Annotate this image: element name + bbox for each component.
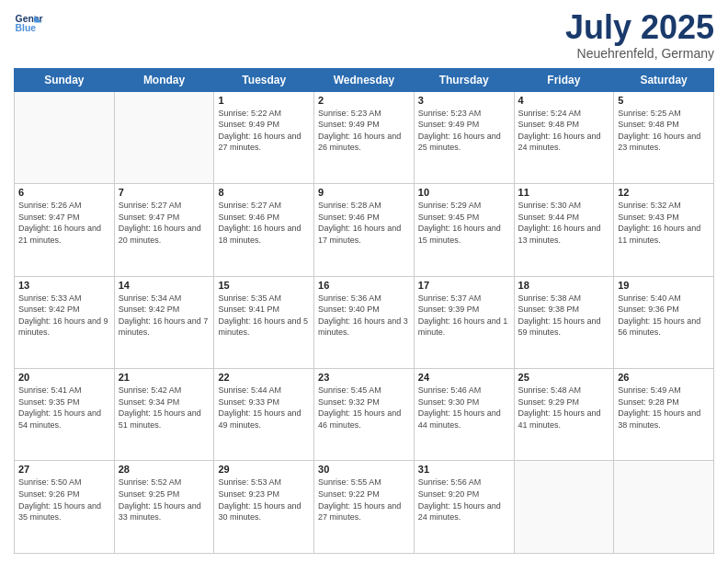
calendar-table: Sunday Monday Tuesday Wednesday Thursday… xyxy=(14,68,714,554)
day-number: 15 xyxy=(218,280,310,291)
day-number: 11 xyxy=(518,187,610,198)
day-number: 24 xyxy=(418,372,510,383)
cell-week2-day1: 6Sunrise: 5:26 AMSunset: 9:47 PMDaylight… xyxy=(15,184,115,276)
day-number: 29 xyxy=(218,464,310,475)
cell-week2-day2: 7Sunrise: 5:27 AMSunset: 9:47 PMDaylight… xyxy=(114,184,214,276)
day-info: Sunrise: 5:27 AMSunset: 9:46 PMDaylight:… xyxy=(218,200,310,246)
day-number: 31 xyxy=(418,464,510,475)
day-number: 12 xyxy=(618,187,710,198)
day-info: Sunrise: 5:26 AMSunset: 9:47 PMDaylight:… xyxy=(18,200,110,246)
week-row-5: 27Sunrise: 5:50 AMSunset: 9:26 PMDayligh… xyxy=(15,461,714,554)
day-number: 28 xyxy=(119,464,210,475)
day-info: Sunrise: 5:40 AMSunset: 9:36 PMDaylight:… xyxy=(618,293,710,339)
cell-week3-day1: 13Sunrise: 5:33 AMSunset: 9:42 PMDayligh… xyxy=(15,276,115,368)
cell-week4-day3: 22Sunrise: 5:44 AMSunset: 9:33 PMDayligh… xyxy=(214,369,314,461)
cell-week4-day7: 26Sunrise: 5:49 AMSunset: 9:28 PMDayligh… xyxy=(614,369,714,461)
day-number: 8 xyxy=(218,187,310,198)
header-monday: Monday xyxy=(114,68,214,91)
day-number: 30 xyxy=(318,464,410,475)
day-info: Sunrise: 5:56 AMSunset: 9:20 PMDaylight:… xyxy=(418,477,510,523)
cell-week1-day3: 1Sunrise: 5:22 AMSunset: 9:49 PMDaylight… xyxy=(214,91,314,183)
day-number: 20 xyxy=(18,372,110,383)
header-wednesday: Wednesday xyxy=(314,68,415,91)
cell-week1-day4: 2Sunrise: 5:23 AMSunset: 9:49 PMDaylight… xyxy=(314,91,415,183)
day-info: Sunrise: 5:45 AMSunset: 9:32 PMDaylight:… xyxy=(318,385,410,431)
day-info: Sunrise: 5:30 AMSunset: 9:44 PMDaylight:… xyxy=(518,200,610,246)
day-number: 18 xyxy=(518,280,610,291)
header-tuesday: Tuesday xyxy=(214,68,314,91)
cell-week5-day5: 31Sunrise: 5:56 AMSunset: 9:20 PMDayligh… xyxy=(414,461,514,554)
cell-week4-day1: 20Sunrise: 5:41 AMSunset: 9:35 PMDayligh… xyxy=(15,369,115,461)
day-info: Sunrise: 5:27 AMSunset: 9:47 PMDaylight:… xyxy=(119,200,210,246)
day-number: 22 xyxy=(218,372,310,383)
day-info: Sunrise: 5:29 AMSunset: 9:45 PMDaylight:… xyxy=(418,200,510,246)
cell-week4-day2: 21Sunrise: 5:42 AMSunset: 9:34 PMDayligh… xyxy=(114,369,214,461)
day-number: 14 xyxy=(119,280,210,291)
day-info: Sunrise: 5:46 AMSunset: 9:30 PMDaylight:… xyxy=(418,385,510,431)
cell-week2-day3: 8Sunrise: 5:27 AMSunset: 9:46 PMDaylight… xyxy=(214,184,314,276)
day-info: Sunrise: 5:35 AMSunset: 9:41 PMDaylight:… xyxy=(218,293,310,339)
week-row-3: 13Sunrise: 5:33 AMSunset: 9:42 PMDayligh… xyxy=(15,276,714,368)
day-info: Sunrise: 5:36 AMSunset: 9:40 PMDaylight:… xyxy=(318,293,410,339)
day-info: Sunrise: 5:50 AMSunset: 9:26 PMDaylight:… xyxy=(18,477,110,523)
day-number: 23 xyxy=(318,372,410,383)
day-info: Sunrise: 5:33 AMSunset: 9:42 PMDaylight:… xyxy=(18,293,110,339)
day-number: 4 xyxy=(518,95,610,106)
day-info: Sunrise: 5:25 AMSunset: 9:48 PMDaylight:… xyxy=(618,108,710,154)
day-number: 7 xyxy=(119,187,210,198)
cell-week1-day6: 4Sunrise: 5:24 AMSunset: 9:48 PMDaylight… xyxy=(514,91,614,183)
cell-week4-day4: 23Sunrise: 5:45 AMSunset: 9:32 PMDayligh… xyxy=(314,369,415,461)
header: General Blue July 2025 Neuehrenfeld, Ger… xyxy=(14,9,714,61)
cell-week5-day3: 29Sunrise: 5:53 AMSunset: 9:23 PMDayligh… xyxy=(214,461,314,554)
header-saturday: Saturday xyxy=(614,68,714,91)
day-info: Sunrise: 5:44 AMSunset: 9:33 PMDaylight:… xyxy=(218,385,310,431)
day-number: 5 xyxy=(618,95,710,106)
week-row-1: 1Sunrise: 5:22 AMSunset: 9:49 PMDaylight… xyxy=(15,91,714,183)
day-info: Sunrise: 5:52 AMSunset: 9:25 PMDaylight:… xyxy=(119,477,210,523)
week-row-4: 20Sunrise: 5:41 AMSunset: 9:35 PMDayligh… xyxy=(15,369,714,461)
logo: General Blue xyxy=(14,9,43,39)
days-header-row: Sunday Monday Tuesday Wednesday Thursday… xyxy=(15,68,714,91)
day-number: 13 xyxy=(18,280,110,291)
day-info: Sunrise: 5:23 AMSunset: 9:49 PMDaylight:… xyxy=(418,108,510,154)
cell-week2-day6: 11Sunrise: 5:30 AMSunset: 9:44 PMDayligh… xyxy=(514,184,614,276)
day-number: 16 xyxy=(318,280,410,291)
cell-week3-day7: 19Sunrise: 5:40 AMSunset: 9:36 PMDayligh… xyxy=(614,276,714,368)
day-number: 9 xyxy=(318,187,410,198)
cell-week5-day7 xyxy=(614,461,714,554)
day-info: Sunrise: 5:48 AMSunset: 9:29 PMDaylight:… xyxy=(518,385,610,431)
day-number: 1 xyxy=(218,95,310,106)
cell-week1-day7: 5Sunrise: 5:25 AMSunset: 9:48 PMDaylight… xyxy=(614,91,714,183)
day-number: 2 xyxy=(318,95,410,106)
cell-week1-day1 xyxy=(15,91,115,183)
day-info: Sunrise: 5:22 AMSunset: 9:49 PMDaylight:… xyxy=(218,108,310,154)
calendar-page: General Blue July 2025 Neuehrenfeld, Ger… xyxy=(0,0,728,563)
day-number: 6 xyxy=(18,187,110,198)
day-number: 21 xyxy=(119,372,210,383)
day-info: Sunrise: 5:23 AMSunset: 9:49 PMDaylight:… xyxy=(318,108,410,154)
cell-week5-day2: 28Sunrise: 5:52 AMSunset: 9:25 PMDayligh… xyxy=(114,461,214,554)
day-info: Sunrise: 5:28 AMSunset: 9:46 PMDaylight:… xyxy=(318,200,410,246)
cell-week3-day3: 15Sunrise: 5:35 AMSunset: 9:41 PMDayligh… xyxy=(214,276,314,368)
cell-week2-day4: 9Sunrise: 5:28 AMSunset: 9:46 PMDaylight… xyxy=(314,184,415,276)
location: Neuehrenfeld, Germany xyxy=(565,46,714,61)
cell-week5-day1: 27Sunrise: 5:50 AMSunset: 9:26 PMDayligh… xyxy=(15,461,115,554)
day-number: 3 xyxy=(418,95,510,106)
day-info: Sunrise: 5:32 AMSunset: 9:43 PMDaylight:… xyxy=(618,200,710,246)
day-info: Sunrise: 5:24 AMSunset: 9:48 PMDaylight:… xyxy=(518,108,610,154)
cell-week3-day4: 16Sunrise: 5:36 AMSunset: 9:40 PMDayligh… xyxy=(314,276,415,368)
day-number: 26 xyxy=(618,372,710,383)
header-thursday: Thursday xyxy=(414,68,514,91)
day-info: Sunrise: 5:55 AMSunset: 9:22 PMDaylight:… xyxy=(318,477,410,523)
header-sunday: Sunday xyxy=(15,68,115,91)
week-row-2: 6Sunrise: 5:26 AMSunset: 9:47 PMDaylight… xyxy=(15,184,714,276)
day-info: Sunrise: 5:41 AMSunset: 9:35 PMDaylight:… xyxy=(18,385,110,431)
day-info: Sunrise: 5:38 AMSunset: 9:38 PMDaylight:… xyxy=(518,293,610,339)
cell-week2-day7: 12Sunrise: 5:32 AMSunset: 9:43 PMDayligh… xyxy=(614,184,714,276)
day-info: Sunrise: 5:42 AMSunset: 9:34 PMDaylight:… xyxy=(119,385,210,431)
cell-week5-day4: 30Sunrise: 5:55 AMSunset: 9:22 PMDayligh… xyxy=(314,461,415,554)
cell-week1-day5: 3Sunrise: 5:23 AMSunset: 9:49 PMDaylight… xyxy=(414,91,514,183)
day-number: 17 xyxy=(418,280,510,291)
cell-week2-day5: 10Sunrise: 5:29 AMSunset: 9:45 PMDayligh… xyxy=(414,184,514,276)
day-number: 10 xyxy=(418,187,510,198)
